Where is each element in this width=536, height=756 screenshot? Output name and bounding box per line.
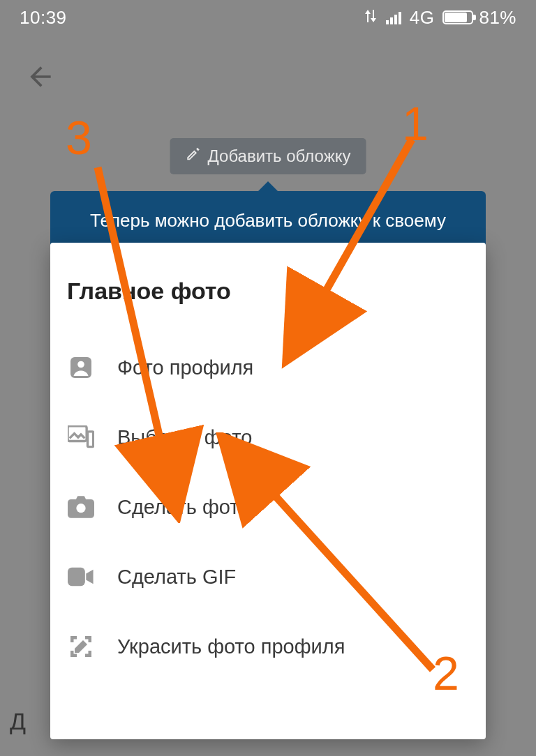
status-right: 4G 81%: [364, 7, 516, 29]
svg-point-1: [77, 361, 84, 368]
svg-point-4: [76, 504, 85, 513]
battery-indicator: 81%: [442, 7, 516, 29]
status-bar: 10:39 4G 81%: [0, 0, 536, 35]
status-time: 10:39: [20, 7, 67, 29]
annotation-arrow-1: [272, 133, 433, 370]
bottom-cutoff-text: Д: [10, 708, 26, 735]
svg-line-7: [230, 446, 433, 670]
back-button[interactable]: [25, 61, 56, 95]
signal-icon: [386, 10, 401, 24]
video-camera-icon: [67, 563, 95, 591]
decorate-icon: [67, 633, 95, 660]
network-label: 4G: [410, 7, 435, 29]
svg-rect-5: [68, 568, 85, 586]
annotation-3: 3: [66, 110, 92, 165]
svg-line-8: [98, 167, 174, 502]
svg-line-6: [293, 139, 412, 349]
annotation-arrow-3: [91, 160, 216, 523]
annotation-arrow-2: [209, 432, 454, 683]
data-arrows-icon: [364, 7, 378, 29]
battery-pct: 81%: [479, 7, 516, 29]
